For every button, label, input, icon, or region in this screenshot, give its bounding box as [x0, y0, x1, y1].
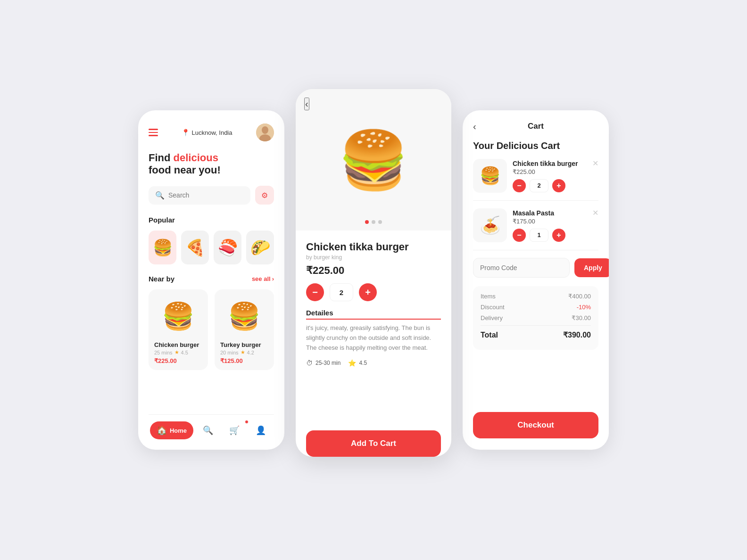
promo-input[interactable]: [473, 258, 570, 278]
chicken-burger-img: 🍔: [154, 295, 202, 338]
search-input[interactable]: [168, 191, 244, 199]
burger-hero-image: 🍔: [326, 113, 421, 207]
filter-icon: ⚙: [261, 191, 268, 200]
nearby-card-chicken[interactable]: 🍔 Chicken burger 25 mins ★ 4.5 ₹225.00: [149, 289, 208, 370]
profile-icon: 👤: [256, 425, 266, 436]
time-chip: ⏱ 25-30 min: [306, 359, 340, 367]
see-all-button[interactable]: see all ›: [252, 275, 274, 282]
detail-body: Chicken tikka burger by burger king ₹225…: [296, 231, 451, 457]
location-badge: 📍 Lucknow, India: [182, 129, 232, 136]
home-header: 📍 Lucknow, India: [149, 124, 274, 141]
cart-qty-decrease-2[interactable]: −: [513, 229, 526, 242]
popular-grid: 🍔 🍕 🍣 🌮: [149, 231, 274, 264]
cart-qty-decrease-1[interactable]: −: [513, 179, 526, 192]
find-text: Find: [149, 152, 174, 164]
cart-item-2-img: 🍝: [473, 208, 507, 242]
taco-emoji: 🌮: [250, 238, 270, 257]
burger-emoji: 🍔: [338, 132, 409, 188]
cart-item-1-name: Chicken tikka burger: [513, 160, 598, 167]
dot-3[interactable]: [378, 220, 382, 224]
delivery-value: ₹30.00: [572, 314, 591, 321]
cart-qty-row-2: − 1 +: [513, 229, 598, 242]
headline: Find delicious food near you!: [149, 152, 274, 176]
detail-hero: ‹ 🍔: [296, 89, 451, 231]
nav-explore[interactable]: 🔍: [196, 421, 220, 439]
details-section-label: Detailes: [306, 309, 441, 320]
turkey-burger-name: Turkey burger: [220, 341, 268, 348]
cart-item-1-price: ₹225.00: [513, 168, 598, 175]
rating-chip: ⭐ 4.5: [348, 359, 367, 367]
popular-item-sushi[interactable]: 🍣: [214, 231, 241, 264]
items-label: Items: [481, 293, 496, 300]
delivery-label: Delivery: [481, 314, 503, 321]
popular-item-burger[interactable]: 🍔: [149, 231, 176, 264]
qty-row: − 2 +: [306, 283, 441, 301]
headline-line1: Find delicious: [149, 152, 274, 164]
chicken-burger-price: ₹225.00: [154, 357, 202, 364]
cart-item-2-price: ₹175.00: [513, 218, 598, 225]
summary-discount: Discount -10%: [481, 304, 591, 311]
total-label: Total: [481, 331, 498, 339]
search-bar: 🔍 ⚙: [149, 186, 274, 205]
cart-item-1: 🍔 Chicken tikka burger ₹225.00 − 2 + ✕: [473, 159, 598, 201]
cart-section-title: Your Delicious Cart: [473, 140, 598, 151]
nav-profile[interactable]: 👤: [249, 421, 273, 439]
nav-cart[interactable]: 🛒: [223, 421, 246, 439]
discount-value: -10%: [577, 304, 591, 311]
cart-qty-row-1: − 2 +: [513, 179, 598, 192]
order-summary: Items ₹400.00 Discount -10% Delivery ₹30…: [473, 286, 598, 350]
nearby-grid: 🍔 Chicken burger 25 mins ★ 4.5 ₹225.00 🍔…: [149, 289, 274, 370]
cart-back-button[interactable]: ‹: [473, 121, 476, 132]
burger-emoji: 🍔: [153, 238, 173, 257]
filter-button[interactable]: ⚙: [255, 186, 274, 205]
turkey-burger-price: ₹125.00: [220, 357, 268, 364]
popular-item-taco[interactable]: 🌮: [246, 231, 274, 264]
nearby-card-turkey[interactable]: 🍔 Turkey burger 20 mins ★ 4.2 ₹125.00: [215, 289, 274, 370]
dot-2[interactable]: [372, 220, 375, 224]
cart-item-2-remove[interactable]: ✕: [592, 208, 598, 217]
avatar[interactable]: [256, 124, 274, 141]
detail-by: by burger king: [306, 254, 441, 261]
search-input-wrap[interactable]: 🔍: [149, 186, 250, 205]
home-icon: 🏠: [157, 425, 167, 436]
apply-button[interactable]: Apply: [574, 258, 609, 277]
menu-icon[interactable]: [149, 129, 158, 136]
nav-home-label: Home: [170, 427, 187, 434]
popular-item-pizza[interactable]: 🍕: [181, 231, 209, 264]
add-to-cart-button[interactable]: Add To Cart: [306, 430, 441, 457]
cart-qty-value-1: 2: [530, 179, 548, 192]
detail-back-button[interactable]: ‹: [304, 98, 309, 110]
dot-indicators: [365, 220, 382, 224]
bottom-nav: 🏠 Home 🔍 🛒 👤: [149, 414, 274, 450]
svg-point-1: [262, 126, 268, 134]
checkout-button[interactable]: Checkout: [473, 412, 598, 438]
screen-cart: ‹ Cart Your Delicious Cart 🍔 Chicken tik…: [463, 110, 609, 450]
star-icon-2: ★: [241, 349, 245, 355]
summary-total: Total ₹390.00: [481, 325, 591, 339]
cart-item-2-name: Masala Pasta: [513, 209, 598, 217]
headline-line2: food near you!: [149, 164, 274, 176]
screen-home: 📍 Lucknow, India Find delicious food nea…: [138, 110, 284, 450]
items-value: ₹400.00: [568, 293, 591, 300]
turkey-burger-meta: 20 mins ★ 4.2: [220, 349, 268, 355]
cart-item-2-info: Masala Pasta ₹175.00 − 1 +: [513, 209, 598, 242]
location-text: Lucknow, India: [191, 129, 232, 136]
star-detail-icon: ⭐: [348, 359, 356, 367]
location-icon: 📍: [182, 129, 190, 136]
pizza-emoji: 🍕: [185, 238, 205, 257]
summary-items: Items ₹400.00: [481, 293, 591, 300]
cart-qty-increase-2[interactable]: +: [552, 229, 565, 242]
cart-qty-increase-1[interactable]: +: [552, 179, 565, 192]
cart-qty-value-2: 1: [530, 229, 548, 242]
cart-title: Cart: [528, 122, 544, 131]
cart-item-1-remove[interactable]: ✕: [592, 159, 598, 168]
dot-1[interactable]: [365, 220, 369, 224]
cart-header: ‹ Cart: [473, 122, 598, 131]
nearby-label: Near by: [149, 275, 174, 283]
detail-meta: ⏱ 25-30 min ⭐ 4.5: [306, 359, 441, 367]
qty-decrease-button[interactable]: −: [306, 283, 324, 301]
nav-home[interactable]: 🏠 Home: [150, 421, 193, 439]
cart-item-1-img: 🍔: [473, 159, 507, 193]
screen-detail: ‹ 🍔 Chicken tikka burger by burger king …: [296, 89, 451, 457]
qty-increase-button[interactable]: +: [359, 283, 377, 301]
